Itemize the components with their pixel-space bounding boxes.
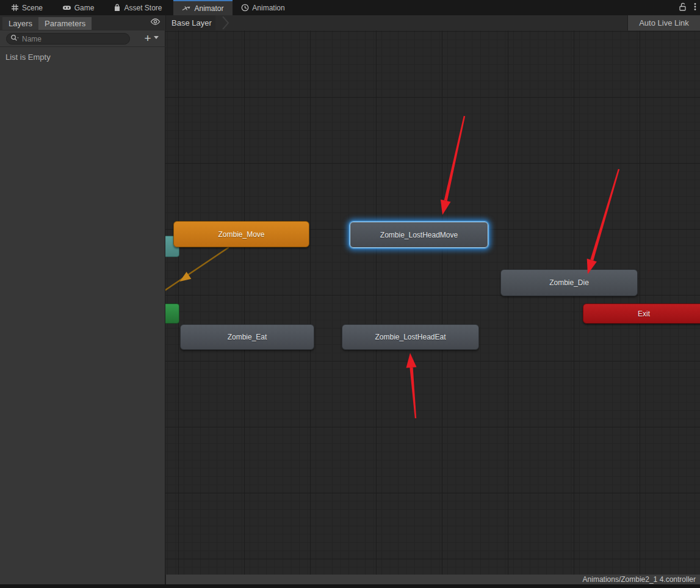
eye-icon[interactable] xyxy=(150,18,161,27)
tab-asset-store[interactable]: Asset Store xyxy=(103,0,173,15)
tab-label: Game xyxy=(74,4,95,12)
breadcrumb-label: Base Layer xyxy=(171,18,212,27)
clock-icon xyxy=(241,4,249,12)
toolbar-row: Layers Parameters Base Layer Auto Live L… xyxy=(0,15,700,31)
breadcrumb-base-layer[interactable]: Base Layer xyxy=(166,15,215,31)
tab-scene[interactable]: Scene xyxy=(0,0,54,15)
add-parameter-button[interactable]: + xyxy=(141,31,154,46)
red-arrow-to-lostheadeat xyxy=(410,368,416,418)
tab-label: Scene xyxy=(22,4,43,12)
gamepad-icon xyxy=(62,4,71,11)
state-node-zombie-eat[interactable]: Zombie_Eat xyxy=(180,324,314,350)
empty-list-text: List is Empty xyxy=(5,53,51,62)
tab-label: Animation xyxy=(252,4,284,12)
state-node-zombie-lostheadmove[interactable]: Zombie_LostHeadMove xyxy=(350,222,488,248)
tab-label: Animator xyxy=(194,4,223,13)
auto-live-link-button[interactable]: Auto Live Link xyxy=(627,15,700,31)
state-node-entry[interactable] xyxy=(165,303,179,324)
tab-layers[interactable]: Layers xyxy=(2,17,38,30)
state-label: Zombie_Move xyxy=(218,230,264,239)
state-label: Zombie_LostHeadEat xyxy=(375,333,446,341)
tab-label: Layers xyxy=(9,19,32,28)
state-node-exit[interactable]: Exit xyxy=(583,303,700,324)
plus-icon: + xyxy=(144,32,151,45)
transition-edge[interactable] xyxy=(165,31,700,575)
tab-game[interactable]: Game xyxy=(54,0,103,15)
state-label: Zombie_LostHeadMove xyxy=(380,231,458,239)
red-arrow-to-lostheadmove xyxy=(444,116,466,201)
tab-animation[interactable]: Animation xyxy=(233,0,294,15)
breadcrumb-bar: Base Layer Auto Live Link xyxy=(165,15,700,31)
status-bar: Animations/Zombie2_1 4.controller xyxy=(165,575,700,584)
animator-icon xyxy=(182,5,191,12)
red-arrow-to-die xyxy=(590,169,619,261)
annotation-arrows xyxy=(165,31,700,575)
kebab-menu-icon[interactable] xyxy=(694,2,696,13)
tab-parameters[interactable]: Parameters xyxy=(38,17,92,30)
window-tab-bar: Scene Game Asset Store Animator Animatio… xyxy=(0,0,700,15)
tab-label: Asset Store xyxy=(124,4,162,12)
state-node-zombie-move[interactable]: Zombie_Move xyxy=(173,221,309,247)
chevron-right-icon xyxy=(222,16,229,31)
search-input[interactable]: Name xyxy=(6,33,130,45)
auto-live-link-label: Auto Live Link xyxy=(639,18,689,27)
search-icon[interactable] xyxy=(10,34,20,43)
parameters-panel: Name + List is Empty xyxy=(0,31,165,584)
add-dropdown-icon[interactable] xyxy=(154,36,159,39)
tab-animator[interactable]: Animator xyxy=(173,0,233,15)
tab-label: Parameters xyxy=(45,19,85,28)
controller-path: Animations/Zombie2_1 4.controller xyxy=(583,575,696,584)
grid-icon xyxy=(11,4,19,12)
window-bottom-edge xyxy=(0,584,700,588)
unity-animator-window: Scene Game Asset Store Animator Animatio… xyxy=(0,0,700,588)
state-label: Exit xyxy=(638,310,650,318)
search-placeholder: Name xyxy=(22,35,41,43)
left-panel-toolbar: Layers Parameters xyxy=(0,15,165,31)
bag-icon xyxy=(114,4,121,12)
state-node-zombie-die[interactable]: Zombie_Die xyxy=(500,269,638,296)
unlock-icon[interactable] xyxy=(679,2,687,13)
search-row: Name + xyxy=(0,31,165,47)
state-label: Zombie_Die xyxy=(549,278,589,287)
state-node-zombie-lostheadeat[interactable]: Zombie_LostHeadEat xyxy=(342,324,479,350)
animator-graph-canvas[interactable]: Zombie_Move Zombie_LostHeadMove Zombie_D… xyxy=(165,31,700,575)
state-label: Zombie_Eat xyxy=(228,333,267,341)
